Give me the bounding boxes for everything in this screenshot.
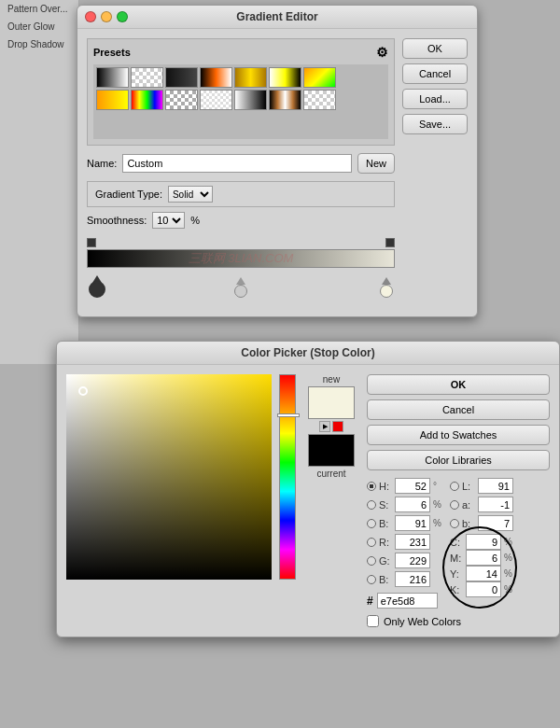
field-row-C: C: % — [450, 534, 513, 550]
stop-bottom-mid[interactable] — [234, 277, 247, 298]
hex-label: # — [367, 595, 373, 608]
preset-swatch-trans[interactable] — [200, 90, 232, 110]
web-colors-checkbox[interactable] — [367, 615, 379, 627]
smoothness-input[interactable]: 100 — [152, 212, 185, 229]
gradient-type-select[interactable]: Solid Noise — [168, 186, 213, 203]
preset-swatch-diagonal[interactable] — [303, 67, 336, 88]
field-B2[interactable] — [395, 571, 430, 587]
radio-B[interactable] — [367, 519, 376, 528]
field-row-M: M: % — [450, 550, 513, 566]
sidebar-item-drop-shadow[interactable]: Drop Shadow — [0, 35, 78, 53]
color-field[interactable] — [66, 374, 272, 580]
radio-H[interactable] — [367, 482, 376, 491]
stop-top-right[interactable] — [385, 238, 395, 247]
new-button[interactable]: New — [357, 153, 395, 174]
color-warning-icon[interactable] — [332, 421, 343, 432]
presets-header: Presets ⚙ — [93, 45, 388, 60]
radio-G[interactable] — [367, 556, 376, 566]
field-row-Y: Y: % — [450, 566, 513, 581]
cp-ok-button[interactable]: OK — [367, 374, 550, 395]
current-color-box — [308, 434, 355, 467]
field-row-B: B: % — [367, 515, 442, 531]
preset-swatch-orange[interactable] — [200, 67, 232, 88]
web-colors-row: Only Web Colors — [367, 615, 550, 627]
gradient-editor-content: Presets ⚙ — [77, 29, 477, 316]
preset-swatch-bw2[interactable] — [234, 90, 267, 110]
save-button[interactable]: Save... — [402, 114, 468, 134]
radio-L[interactable] — [450, 482, 459, 491]
name-row: Name: New — [87, 153, 395, 174]
field-row-K: K: % — [450, 581, 513, 597]
gradient-editor-window: Gradient Editor Presets ⚙ — [77, 5, 478, 317]
preset-swatch-checker3[interactable] — [303, 90, 336, 110]
preset-swatch-bw[interactable] — [96, 67, 129, 88]
gradient-bar[interactable]: 三联网 3LIAN.COM — [87, 249, 395, 268]
field-G[interactable] — [395, 553, 430, 568]
close-icon[interactable] — [85, 11, 96, 22]
field-M[interactable] — [466, 550, 501, 566]
presets-grid — [93, 64, 388, 139]
preset-swatch-gold[interactable] — [234, 67, 267, 88]
hue-slider-handle — [277, 413, 300, 417]
field-row-B2: B: — [367, 571, 442, 587]
field-row-H: H: ° — [367, 478, 442, 494]
current-color-label: current — [316, 469, 345, 479]
field-S[interactable] — [395, 497, 430, 512]
radio-a[interactable] — [450, 500, 459, 510]
field-B[interactable] — [395, 515, 430, 531]
cancel-button[interactable]: Cancel — [402, 63, 468, 84]
name-label: Name: — [87, 158, 117, 169]
radio-b2[interactable] — [450, 519, 459, 528]
radio-B2[interactable] — [367, 575, 376, 584]
field-row-L: L: — [450, 478, 513, 494]
color-field-picker — [78, 386, 88, 396]
presets-section: Presets ⚙ — [87, 38, 395, 146]
minimize-icon[interactable] — [101, 11, 112, 22]
radio-R[interactable] — [367, 538, 376, 547]
window-controls — [85, 11, 128, 22]
gradient-type-row: Gradient Type: Solid Noise — [87, 181, 395, 207]
field-K[interactable] — [466, 581, 501, 597]
preset-swatch-copper[interactable] — [269, 90, 301, 110]
field-Y[interactable] — [466, 566, 501, 581]
color-picker-content: new ▶ current OK Cancel Add to Swatches … — [57, 365, 559, 637]
preset-swatch-checker[interactable] — [131, 67, 163, 88]
preset-swatch-checker2[interactable] — [165, 90, 198, 110]
hue-slider[interactable] — [279, 374, 296, 580]
field-row-S: S: % — [367, 497, 442, 512]
ok-button[interactable]: OK — [402, 38, 468, 59]
new-color-box[interactable] — [308, 386, 355, 419]
cp-cancel-button[interactable]: Cancel — [367, 399, 550, 420]
preset-swatch-dark[interactable] — [165, 67, 198, 88]
maximize-icon[interactable] — [117, 11, 128, 22]
sidebar-item-outer-glow[interactable]: Outer Glow — [0, 18, 78, 35]
presets-label: Presets — [93, 47, 131, 58]
gradient-editor-title: Gradient Editor — [236, 10, 317, 23]
cmyk-section: C: % M: % Y: % — [450, 534, 513, 597]
color-picker-buttons: OK Cancel Add to Swatches Color Librarie… — [367, 374, 550, 470]
name-input[interactable] — [122, 154, 352, 173]
preset-swatch-2a[interactable] — [96, 90, 129, 110]
color-libraries-button[interactable]: Color Libraries — [367, 450, 550, 470]
radio-S[interactable] — [367, 500, 376, 510]
field-a[interactable] — [478, 497, 513, 512]
color-picker-title: Color Picker (Stop Color) — [241, 346, 374, 359]
field-L[interactable] — [478, 478, 513, 494]
sidebar-item-pattern[interactable]: Pattern Over... — [0, 0, 78, 18]
preset-swatch-multi[interactable] — [131, 90, 163, 110]
stop-bottom-right[interactable] — [380, 277, 393, 298]
color-copy-icon[interactable]: ▶ — [319, 421, 330, 432]
add-to-swatches-button[interactable]: Add to Swatches — [367, 425, 550, 445]
color-preview: new ▶ current — [303, 374, 359, 627]
hex-input[interactable] — [377, 593, 438, 609]
stop-top-left[interactable] — [87, 238, 96, 247]
field-C[interactable] — [466, 534, 501, 550]
preset-swatch-yellow[interactable] — [269, 67, 301, 88]
field-R[interactable] — [395, 534, 430, 550]
field-H[interactable] — [395, 478, 430, 494]
smoothness-unit: % — [190, 215, 200, 226]
stop-bottom-left[interactable] — [89, 275, 105, 298]
gear-icon[interactable]: ⚙ — [376, 45, 388, 60]
load-button[interactable]: Load... — [402, 89, 468, 109]
field-b2[interactable] — [478, 515, 513, 531]
